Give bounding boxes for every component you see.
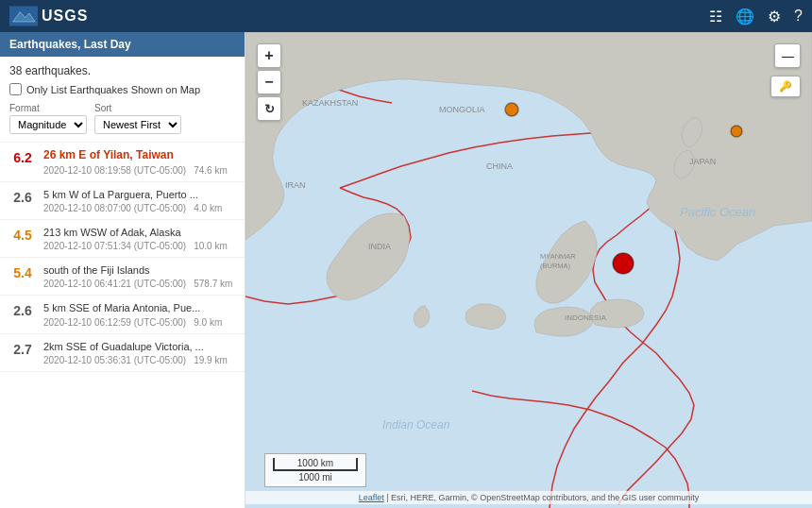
map-attribution: Leaflet | Esri, HERE, Garmin, © OpenStre… [245, 491, 812, 504]
eq-details: 5 km SSE of Maria Antonia, Pue...2020-12… [43, 301, 235, 327]
earthquake-list-item[interactable]: 2.65 km SSE of Maria Antonia, Pue...2020… [0, 296, 245, 333]
eq-meta: 2020-12-10 07:51:34 (UTC-05:00)10.0 km [43, 241, 235, 251]
earthquake-list-item[interactable]: 2.65 km W of La Parguera, Puerto ...2020… [0, 182, 245, 220]
eq-location: 26 km E of Yilan, Taiwan [43, 148, 235, 163]
eq-meta: 2020-12-10 06:41:21 (UTC-05:00)578.7 km [43, 279, 235, 289]
key-icon: 🔑 [779, 80, 792, 92]
eq-details: 26 km E of Yilan, Taiwan2020-12-10 08:19… [43, 148, 235, 176]
svg-text:CHINA: CHINA [486, 161, 513, 171]
usgs-logo-icon [9, 5, 38, 27]
format-select[interactable]: Magnitude [9, 115, 87, 134]
gear-icon[interactable]: ⚙ [768, 8, 781, 25]
eq-datetime: 2020-12-10 06:12:59 (UTC-05:00) [43, 317, 186, 328]
eq-depth: 9.0 km [194, 317, 222, 328]
svg-text:INDIA: INDIA [368, 242, 391, 251]
sidebar-controls: 38 earthquakes. Only List Earthquakes Sh… [0, 57, 245, 143]
eq-datetime: 2020-12-10 08:19:58 (UTC-05:00) [43, 165, 186, 176]
filter-checkbox-row: Only List Earthquakes Shown on Map [9, 83, 235, 95]
eq-meta: 2020-12-10 08:07:00 (UTC-05:00)4.0 km [43, 203, 235, 213]
eq-magnitude: 2.7 [9, 342, 36, 357]
svg-text:IRAN: IRAN [285, 180, 306, 190]
eq-datetime: 2020-12-10 08:07:00 (UTC-05:00) [43, 203, 186, 213]
eq-depth: 10.0 km [194, 241, 228, 251]
map-only-checkbox[interactable] [9, 83, 22, 95]
sort-select[interactable]: Newest First [94, 115, 181, 134]
format-group: Format Magnitude [9, 103, 87, 134]
sidebar: Earthquakes, Last Day 38 earthquakes. On… [0, 32, 245, 508]
eq-location: south of the Fiji Islands [43, 263, 235, 277]
svg-text:MYANMAR: MYANMAR [540, 252, 576, 261]
eq-location: 213 km WSW of Adak, Alaska [43, 226, 235, 239]
eq-datetime: 2020-12-10 07:51:34 (UTC-05:00) [43, 241, 186, 251]
zoom-out-button[interactable]: − [257, 70, 281, 94]
svg-point-15 [505, 103, 518, 116]
map-container: KAZAKHSTAN MONGOLIA IRAN INDIA CHINA MYA… [245, 32, 812, 508]
svg-text:(BURMA): (BURMA) [540, 262, 571, 270]
main-layout: Earthquakes, Last Day 38 earthquakes. On… [0, 32, 812, 508]
help-icon[interactable]: ? [794, 8, 803, 25]
svg-text:JAPAN: JAPAN [689, 157, 716, 166]
map-key-button[interactable]: 🔑 [770, 76, 801, 97]
usgs-logo: USGS [9, 5, 88, 27]
eq-meta: 2020-12-10 06:12:59 (UTC-05:00)9.0 km [43, 317, 235, 328]
eq-details: 2km SSE of Guadalupe Victoria, ...2020-1… [43, 340, 235, 365]
zoom-in-button[interactable]: + [257, 43, 281, 68]
eq-magnitude: 5.4 [9, 265, 36, 280]
map-layers-button[interactable]: ⸻ [774, 43, 801, 68]
sidebar-title: Earthquakes, Last Day [0, 32, 245, 57]
svg-point-16 [731, 126, 742, 137]
eq-details: 5 km W of La Parguera, Puerto ...2020-12… [43, 188, 235, 213]
eq-location: 5 km W of La Parguera, Puerto ... [43, 188, 235, 201]
globe-icon[interactable]: 🌐 [736, 8, 754, 25]
earthquake-list-item[interactable]: 4.5213 km WSW of Adak, Alaska2020-12-10 … [0, 220, 245, 258]
layers-icon: ⸻ [781, 48, 794, 63]
earthquake-count: 38 earthquakes. [9, 64, 235, 77]
earthquake-list-item[interactable]: 6.226 km E of Yilan, Taiwan2020-12-10 08… [0, 143, 245, 182]
reset-view-button[interactable]: ↻ [257, 96, 281, 121]
svg-point-17 [613, 253, 634, 274]
eq-details: south of the Fiji Islands2020-12-10 06:4… [43, 263, 235, 289]
eq-depth: 19.9 km [194, 355, 228, 365]
scale-bar-km: 1000 km [273, 458, 358, 471]
map-only-label: Only List Earthquakes Shown on Map [26, 84, 200, 95]
eq-datetime: 2020-12-10 05:36:31 (UTC-05:00) [43, 355, 186, 365]
list-icon[interactable]: ☷ [709, 8, 722, 25]
svg-text:KAZAKHSTAN: KAZAKHSTAN [302, 98, 358, 108]
eq-depth: 4.0 km [194, 203, 222, 213]
attribution-text: | Esri, HERE, Garmin, © OpenStreetMap co… [386, 493, 699, 502]
svg-text:INDONESIA: INDONESIA [565, 313, 607, 322]
eq-meta: 2020-12-10 08:19:58 (UTC-05:00)74.6 km [43, 165, 235, 176]
sort-group: Sort Newest First [94, 103, 181, 134]
filter-row: Format Magnitude Sort Newest First [9, 103, 235, 134]
map-controls: + − ↻ [257, 43, 281, 121]
header-icons: ☷ 🌐 ⚙ ? [709, 8, 803, 25]
map-svg: KAZAKHSTAN MONGOLIA IRAN INDIA CHINA MYA… [245, 32, 812, 508]
eq-datetime: 2020-12-10 06:41:21 (UTC-05:00) [43, 279, 186, 289]
eq-meta: 2020-12-10 05:36:31 (UTC-05:00)19.9 km [43, 355, 235, 365]
svg-text:MONGOLIA: MONGOLIA [439, 105, 485, 114]
eq-magnitude: 2.6 [9, 190, 36, 205]
sort-label: Sort [94, 103, 181, 113]
usgs-logo-text: USGS [42, 8, 88, 25]
eq-location: 2km SSE of Guadalupe Victoria, ... [43, 340, 235, 353]
eq-magnitude: 4.5 [9, 228, 36, 243]
scale-bar: 1000 km 1000 mi [264, 453, 366, 487]
eq-details: 213 km WSW of Adak, Alaska2020-12-10 07:… [43, 226, 235, 251]
earthquake-list-item[interactable]: 2.72km SSE of Guadalupe Victoria, ...202… [0, 334, 245, 372]
eq-depth: 578.7 km [194, 279, 232, 289]
svg-text:Indian Ocean: Indian Ocean [382, 418, 450, 432]
attribution-link[interactable]: Leaflet [359, 493, 384, 502]
earthquake-list-item[interactable]: 5.4south of the Fiji Islands2020-12-10 0… [0, 258, 245, 296]
format-label: Format [9, 103, 87, 113]
eq-depth: 74.6 km [194, 165, 228, 176]
eq-location: 5 km SSE of Maria Antonia, Pue... [43, 301, 235, 314]
eq-magnitude: 6.2 [9, 150, 36, 165]
scale-bar-mi: 1000 mi [273, 471, 358, 483]
svg-text:Pacific Ocean: Pacific Ocean [680, 205, 755, 219]
app-header: USGS ☷ 🌐 ⚙ ? [0, 0, 812, 32]
eq-magnitude: 2.6 [9, 303, 36, 318]
earthquake-list: 6.226 km E of Yilan, Taiwan2020-12-10 08… [0, 143, 245, 508]
